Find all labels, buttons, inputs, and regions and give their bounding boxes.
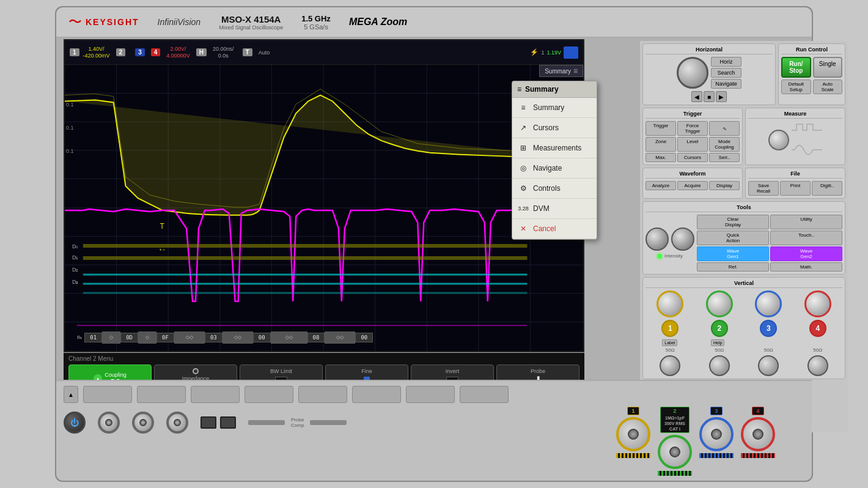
softkey-4[interactable] xyxy=(245,386,293,403)
file-section: File SaveRecall Print Digiti.. xyxy=(745,168,845,199)
search-button[interactable]: Search xyxy=(711,68,741,78)
ch1-badge[interactable]: 1 xyxy=(70,48,79,56)
t-badge[interactable]: T xyxy=(243,48,252,56)
menu-item-navigate[interactable]: ◎ Navigate xyxy=(512,158,597,179)
wave-gen2-btn[interactable]: WaveGen2 xyxy=(770,246,842,261)
intensity-knob-1[interactable] xyxy=(645,227,669,251)
menu-item-controls[interactable]: ⚙ Controls xyxy=(512,179,597,199)
mode-coupling-btn[interactable]: ModeCoupling xyxy=(709,137,740,152)
trigger-title: Trigger xyxy=(645,111,740,119)
ch4-badge[interactable]: 4 xyxy=(151,48,161,56)
wave-gen1-btn[interactable]: WaveGen1 xyxy=(697,246,769,261)
acquire-btn[interactable]: Acquire xyxy=(677,181,708,190)
menu-item-measurements-label: Measurements xyxy=(533,144,581,152)
analyze-btn[interactable]: Analyze xyxy=(645,181,676,190)
ch1-pos-knob[interactable] xyxy=(660,355,680,376)
quick-action-btn[interactable]: QuickAction xyxy=(697,231,769,245)
bnc-1[interactable] xyxy=(98,412,120,434)
menu-item-cursors-label: Cursors xyxy=(533,124,559,132)
ch1-scale-knob[interactable] xyxy=(657,290,683,317)
trigger-buttons: Trigger ForceTrigger ∿ Zone Level ModeCo… xyxy=(645,121,740,162)
h-badge[interactable]: H xyxy=(196,48,207,56)
softkey-7[interactable] xyxy=(406,386,455,403)
ch3-button[interactable]: 3 xyxy=(760,320,777,337)
ch2-badge[interactable]: 2 xyxy=(116,48,126,56)
measure-knob[interactable] xyxy=(768,130,789,150)
menu-item-summary[interactable]: ≡ Summary xyxy=(512,98,597,118)
ch2-button[interactable]: 2 xyxy=(711,320,728,337)
menu-item-dvm[interactable]: 3.28 DVM xyxy=(512,199,597,219)
softkey-8[interactable] xyxy=(460,386,509,403)
horizontal-main-knob[interactable] xyxy=(677,57,708,89)
bnc-ch3-pin xyxy=(711,429,722,440)
menu-item-measurements[interactable]: ⊞ Measurements xyxy=(512,138,597,158)
svg-text:D₃: D₃ xyxy=(72,279,78,285)
default-setup-button[interactable]: DefaultSetup xyxy=(781,79,811,94)
ch4-scale-knob[interactable] xyxy=(804,290,831,317)
cursors-btn-t2[interactable]: Cursors xyxy=(677,153,708,162)
display-btn[interactable]: Display xyxy=(709,181,740,190)
ch2-pos-knob[interactable] xyxy=(709,355,730,376)
nav-right-btn[interactable]: ▶ xyxy=(716,91,727,102)
softkey-2[interactable] xyxy=(137,386,186,403)
ch3-scale-knob[interactable] xyxy=(755,290,782,317)
ch1-label-btn[interactable]: Label xyxy=(662,339,677,346)
math-btn[interactable]: Math. xyxy=(770,262,842,272)
force-trigger-btn[interactable]: ForceTrigger xyxy=(677,121,708,136)
ref-btn[interactable]: Ref. xyxy=(697,262,769,272)
menu-item-cursors[interactable]: ↗ Cursors xyxy=(512,118,597,138)
bnc-ch3-teeth xyxy=(699,453,734,458)
utility-btn[interactable]: Utility xyxy=(770,215,842,229)
softkey-1[interactable] xyxy=(83,386,132,403)
zone-btn[interactable]: Zone xyxy=(645,137,676,152)
auto-scale-button[interactable]: AutoScale xyxy=(813,79,843,94)
trigger-btn[interactable]: Trigger xyxy=(645,121,676,136)
intensity-knob-2[interactable] xyxy=(671,227,694,251)
power-button[interactable]: ⏻ xyxy=(64,412,86,434)
run-stop-button[interactable]: Run/Stop xyxy=(781,57,811,78)
cursor-btn-t[interactable]: ∿ xyxy=(709,121,740,136)
usb-port-2[interactable] xyxy=(220,416,236,429)
print-btn[interactable]: Print xyxy=(780,181,811,196)
seri-btn[interactable]: Seri.. xyxy=(709,153,740,162)
save-recall-btn[interactable]: SaveRecall xyxy=(748,181,779,196)
level-btn[interactable]: Level xyxy=(677,137,708,152)
bnc-ch2-connector[interactable] xyxy=(658,435,692,469)
softkey-3[interactable] xyxy=(191,386,240,403)
probe-label: ProbeComp xyxy=(291,417,304,428)
ch3-pos-knob[interactable] xyxy=(758,355,779,376)
nav-left-btn[interactable]: ◀ xyxy=(691,91,702,102)
bnc-2[interactable] xyxy=(132,412,154,434)
single-button[interactable]: Single xyxy=(813,57,843,78)
max-btn[interactable]: Max. xyxy=(645,153,676,162)
nav-stop-btn[interactable]: ■ xyxy=(704,91,715,102)
scope-icon xyxy=(564,46,578,59)
ch2-scale-knob[interactable] xyxy=(706,290,733,317)
bnc-ch1-pin xyxy=(628,429,639,440)
digiti-btn[interactable]: Digiti.. xyxy=(812,181,842,196)
horiz-button[interactable]: Horiz xyxy=(711,57,741,67)
ch3-badge[interactable]: 3 xyxy=(135,48,145,56)
summary-header[interactable]: Summary ≡ xyxy=(539,65,583,77)
bnc-ch4-connector[interactable] xyxy=(741,417,775,451)
bnc-ch3-connector[interactable] xyxy=(699,417,734,451)
ch2-help-btn[interactable]: Help xyxy=(711,339,724,346)
ch4-pos-knob[interactable] xyxy=(807,355,828,376)
touch-btn[interactable]: Touch.. xyxy=(770,231,842,245)
softkey-6[interactable] xyxy=(352,386,401,403)
clear-display-btn[interactable]: ClearDisplay xyxy=(697,215,769,229)
horizontal-section: Horizontal Horiz Search Navigate ◀ ■ ▶ xyxy=(642,43,776,105)
run-control-section: Run Control Run/Stop Single DefaultSetup… xyxy=(778,43,845,105)
menu-item-cancel[interactable]: ✕ Cancel xyxy=(512,219,597,239)
softkey-5[interactable] xyxy=(298,386,347,403)
bnc-3[interactable] xyxy=(166,412,188,434)
ch1-button[interactable]: 1 xyxy=(661,320,679,337)
coupling-label: Coupling xyxy=(105,372,127,378)
bnc-ch1-connector[interactable] xyxy=(616,417,650,451)
usb-port-1[interactable] xyxy=(200,416,216,429)
menu-up-btn[interactable]: ▲ xyxy=(64,386,78,403)
navigate-button[interactable]: Navigate xyxy=(711,79,741,89)
ch4-button[interactable]: 4 xyxy=(809,320,826,337)
probe-line-2 xyxy=(310,420,347,425)
channel-menu-title: Channel 2 Menu xyxy=(68,355,579,362)
